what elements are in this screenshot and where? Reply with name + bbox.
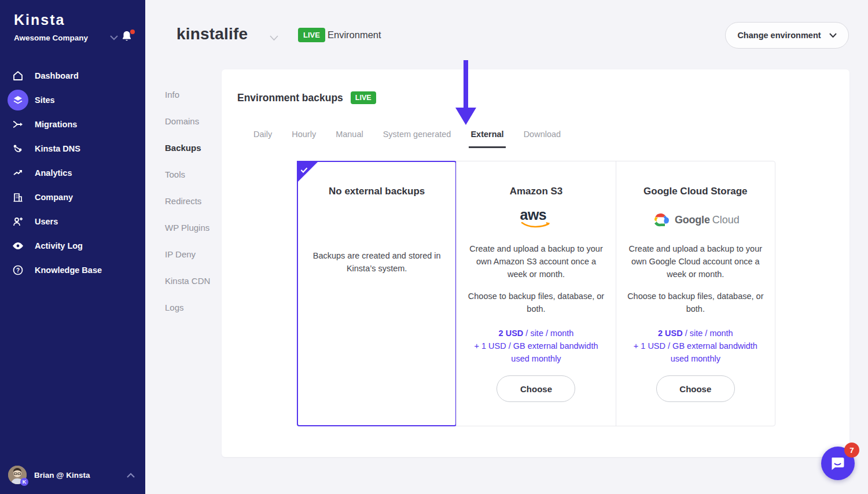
subnav-item-kinsta-cdn[interactable]: Kinsta CDN (165, 276, 210, 286)
environment-label: Environment (328, 30, 381, 40)
trend-up-icon (8, 163, 28, 183)
card-google-cloud-storage[interactable]: Google Cloud Storage GoogleCloud Create … (616, 161, 775, 426)
tab-daily[interactable]: Daily (252, 130, 274, 148)
external-backup-options: No external backups Backups are created … (297, 161, 775, 426)
migration-icon (8, 114, 28, 135)
tab-hourly[interactable]: Hourly (290, 130, 318, 148)
sidebar-item-label: Migrations (35, 120, 77, 129)
home-icon (8, 65, 28, 86)
card-description: Create and upload a backup to your own G… (626, 242, 766, 281)
sidebar-item-label: Sites (35, 95, 55, 105)
card-title: Amazon S3 (510, 186, 563, 197)
sidebar-item-users[interactable]: Users (0, 209, 145, 234)
tab-download[interactable]: Download (522, 130, 563, 148)
chevron-down-icon (110, 32, 118, 43)
card-description: Backups are created and stored in Kinsta… (307, 249, 447, 275)
environment-live-badge: LIVE (298, 28, 325, 42)
sidebar-item-migrations[interactable]: Migrations (0, 112, 145, 137)
subnav-item-info[interactable]: Info (165, 90, 210, 99)
pricing: 2 USD / site / month + 1 USD / GB extern… (625, 327, 766, 365)
subnav-item-domains[interactable]: Domains (165, 116, 210, 126)
chat-bubble-icon (830, 455, 846, 471)
panel-live-badge: LIVE (351, 91, 376, 104)
sidebar-item-label: Company (35, 193, 73, 202)
subnav-item-backups[interactable]: Backups (165, 143, 210, 153)
selected-ribbon (297, 161, 319, 183)
user-name: Brian @ Kinsta (34, 471, 90, 480)
sidebar-item-label: Analytics (35, 168, 72, 178)
sidebar-item-company[interactable]: Company (0, 185, 145, 209)
kinsta-logo: Kinsta (14, 12, 65, 28)
sidebar-nav: Dashboard Sites Migrations Kinsta DNS An… (0, 64, 145, 282)
sidebar-item-activity-log[interactable]: Activity Log (0, 234, 145, 258)
user-menu[interactable]: K Brian @ Kinsta (0, 460, 145, 489)
chevron-down-icon (829, 33, 837, 38)
choose-s3-button[interactable]: Choose (496, 375, 575, 402)
card-description: Choose to backup files, database, or bot… (626, 290, 766, 315)
choose-gcs-button[interactable]: Choose (656, 375, 735, 402)
check-icon (301, 165, 307, 175)
sidebar-item-label: Knowledge Base (35, 266, 102, 275)
subnav-item-wp-plugins[interactable]: WP Plugins (165, 223, 210, 233)
panel-title: Environment backups (237, 92, 343, 104)
subnav-item-redirects[interactable]: Redirects (165, 196, 210, 206)
tab-external[interactable]: External (469, 130, 505, 148)
subnav-item-logs[interactable]: Logs (165, 303, 210, 312)
sidebar-item-knowledge-base[interactable]: ? Knowledge Base (0, 258, 145, 282)
annotation-arrow-down-icon (455, 60, 477, 127)
tab-manual[interactable]: Manual (334, 130, 365, 148)
card-description: Create and upload a backup to your own A… (466, 242, 606, 281)
avatar: K (8, 466, 27, 484)
site-subnav: Info Domains Backups Tools Redirects WP … (165, 90, 210, 312)
tab-system-generated[interactable]: System generated (381, 130, 453, 148)
sidebar-item-kinsta-dns[interactable]: Kinsta DNS (0, 137, 145, 161)
eye-icon (8, 235, 28, 256)
change-environment-button[interactable]: Change environment (725, 22, 849, 49)
change-environment-label: Change environment (737, 31, 821, 40)
subnav-item-tools[interactable]: Tools (165, 169, 210, 179)
pricing: 2 USD / site / month + 1 USD / GB extern… (465, 327, 606, 365)
chevron-up-icon (127, 470, 135, 480)
sidebar: Kinsta Awesome Company Dashboard Sites M (0, 0, 145, 494)
notification-bell-icon[interactable] (122, 31, 134, 43)
card-no-external-backups[interactable]: No external backups Backups are created … (297, 161, 456, 426)
sidebar-item-label: Dashboard (35, 71, 79, 80)
sidebar-item-label: Activity Log (35, 241, 83, 250)
svg-text:?: ? (16, 267, 20, 274)
sidebar-item-analytics[interactable]: Analytics (0, 161, 145, 185)
notification-dot (130, 30, 135, 34)
sidebar-item-label: Kinsta DNS (35, 144, 80, 153)
site-chevron-down-icon[interactable] (270, 33, 278, 43)
card-amazon-s3[interactable]: Amazon S3 aws Create and upload a backup… (456, 161, 615, 426)
user-plus-icon (8, 211, 28, 232)
site-name: kinstalife (176, 25, 248, 43)
panel-title-row: Environment backups LIVE (237, 91, 376, 104)
layers-icon (8, 90, 28, 110)
google-cloud-logo: GoogleCloud (652, 208, 740, 232)
sidebar-item-sites[interactable]: Sites (0, 88, 145, 112)
backup-tabs: Daily Hourly Manual System generated Ext… (252, 130, 562, 148)
card-description: Choose to backup files, database, or bot… (466, 290, 606, 315)
sidebar-item-label: Users (35, 217, 58, 226)
card-title: Google Cloud Storage (643, 186, 747, 197)
sidebar-item-dashboard[interactable]: Dashboard (0, 64, 145, 88)
kinsta-staff-badge: K (20, 478, 28, 486)
building-icon (8, 187, 28, 208)
question-circle-icon: ? (8, 260, 28, 281)
card-title: No external backups (329, 186, 425, 197)
dns-icon (8, 138, 28, 159)
company-name: Awesome Company (14, 34, 88, 42)
chat-unread-badge: 7 (844, 443, 859, 458)
subnav-item-ip-deny[interactable]: IP Deny (165, 249, 210, 259)
aws-logo: aws (520, 208, 552, 232)
company-selector[interactable]: Awesome Company (14, 30, 135, 45)
